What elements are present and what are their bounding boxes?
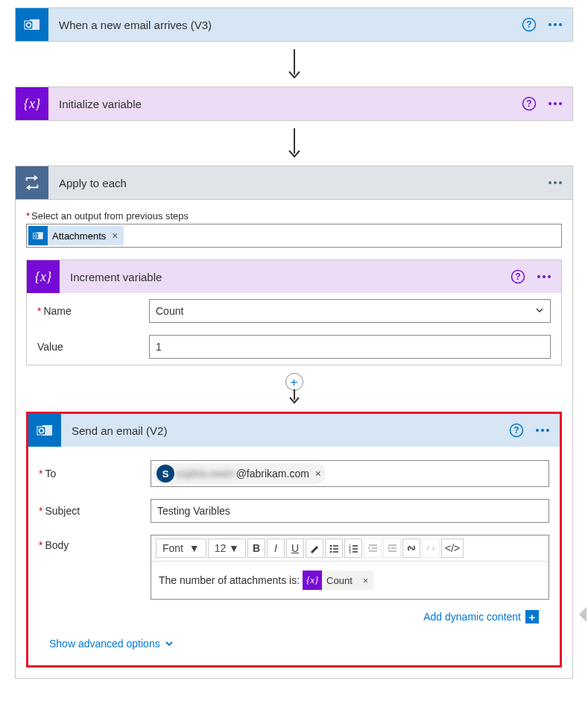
indent-button[interactable] bbox=[383, 538, 401, 558]
subject-input[interactable]: Testing Varibles bbox=[151, 499, 549, 523]
flyout-pointer bbox=[579, 607, 587, 622]
email-user-blurred: sophia.owen bbox=[174, 468, 236, 480]
svg-text:?: ? bbox=[526, 19, 531, 30]
svg-rect-10 bbox=[33, 233, 38, 239]
send-email-card-highlight: Send an email (V2) ? *To S sophia.owen bbox=[26, 412, 562, 667]
underline-button[interactable]: U bbox=[286, 538, 304, 558]
connector-arrow bbox=[0, 42, 588, 87]
help-icon[interactable]: ? bbox=[522, 96, 537, 111]
help-icon[interactable]: ? bbox=[510, 269, 525, 284]
to-label: *To bbox=[39, 468, 151, 480]
token-label: Attachments bbox=[52, 230, 106, 242]
apply-to-each-card[interactable]: Apply to each bbox=[15, 166, 573, 200]
add-dynamic-content-button[interactable]: + bbox=[525, 610, 539, 623]
send-email-card[interactable]: Send an email (V2) ? *To S sophia.owen bbox=[28, 414, 560, 665]
outlook-icon bbox=[28, 414, 61, 447]
bullet-list-button[interactable] bbox=[325, 538, 343, 558]
bold-button[interactable]: B bbox=[247, 538, 265, 558]
recipient-pill[interactable]: S sophia.owen @fabrikam.com × bbox=[154, 463, 326, 484]
select-output-input[interactable]: Attachments × bbox=[26, 224, 562, 248]
value-input[interactable]: 1 bbox=[149, 335, 551, 359]
step-title: Apply to each bbox=[48, 177, 549, 189]
variable-icon: {x} bbox=[27, 260, 60, 293]
outdent-button[interactable] bbox=[364, 538, 382, 558]
font-family-select[interactable]: Font ▼ bbox=[156, 538, 206, 558]
remove-recipient-icon[interactable]: × bbox=[315, 468, 321, 480]
initialize-variable-card[interactable]: {x} Initialize variable ? bbox=[15, 87, 573, 121]
show-advanced-options-link[interactable]: Show advanced options bbox=[49, 638, 174, 650]
svg-rect-1 bbox=[25, 21, 33, 29]
svg-rect-16 bbox=[37, 427, 45, 435]
svg-text:?: ? bbox=[526, 98, 531, 109]
remove-token-icon[interactable]: × bbox=[106, 230, 124, 242]
variable-icon: {x} bbox=[303, 571, 322, 590]
svg-point-20 bbox=[330, 545, 332, 547]
rte-toolbar: Font ▼ 12 ▼ B I U 123 bbox=[151, 535, 549, 562]
increment-variable-card[interactable]: {x} Increment variable ? *Name Count bbox=[26, 260, 562, 365]
outlook-icon bbox=[16, 8, 48, 41]
name-select[interactable]: Count bbox=[149, 299, 551, 323]
italic-button[interactable]: I bbox=[267, 538, 285, 558]
body-label: *Body bbox=[39, 535, 151, 551]
remove-token-icon[interactable]: × bbox=[357, 575, 375, 586]
unlink-button[interactable] bbox=[422, 538, 440, 558]
svg-text:3: 3 bbox=[349, 550, 351, 553]
more-icon[interactable] bbox=[549, 23, 562, 26]
help-icon[interactable]: ? bbox=[522, 17, 537, 32]
apply-to-each-body: *Select an output from previous steps At… bbox=[15, 200, 573, 679]
more-icon[interactable] bbox=[536, 429, 549, 432]
add-step-connector: + bbox=[26, 373, 562, 391]
svg-text:?: ? bbox=[513, 425, 519, 436]
name-label: *Name bbox=[37, 305, 149, 317]
svg-text:?: ? bbox=[515, 271, 520, 282]
add-dynamic-content-link[interactable]: Add dynamic content bbox=[423, 611, 521, 623]
email-domain: @fabrikam.com bbox=[236, 468, 309, 480]
to-input[interactable]: S sophia.owen @fabrikam.com × bbox=[151, 460, 549, 487]
more-icon[interactable] bbox=[549, 102, 562, 105]
step-title: Send an email (V2) bbox=[61, 424, 509, 437]
body-text: The number of attachments is: bbox=[159, 574, 300, 586]
body-editor[interactable]: Font ▼ 12 ▼ B I U 123 bbox=[151, 535, 549, 600]
step-title: Increment variable bbox=[60, 271, 510, 283]
step-title: Initialize variable bbox=[48, 98, 522, 110]
link-button[interactable] bbox=[402, 538, 420, 558]
select-output-label: *Select an output from previous steps bbox=[26, 210, 562, 221]
step-title: When a new email arrives (V3) bbox=[48, 19, 522, 31]
more-icon[interactable] bbox=[537, 275, 551, 278]
chevron-down-icon bbox=[535, 305, 544, 317]
attachments-token[interactable]: Attachments × bbox=[28, 226, 124, 245]
body-content[interactable]: The number of attachments is: {x} Count … bbox=[151, 562, 549, 599]
help-icon[interactable]: ? bbox=[509, 423, 524, 438]
outlook-chip-icon bbox=[28, 226, 48, 245]
avatar: S bbox=[157, 465, 174, 483]
chevron-down-icon bbox=[165, 639, 174, 648]
trigger-card[interactable]: When a new email arrives (V3) ? bbox=[15, 7, 573, 42]
count-variable-token[interactable]: {x} Count × bbox=[303, 571, 374, 590]
add-step-button[interactable]: + bbox=[285, 373, 303, 391]
loop-icon bbox=[16, 166, 48, 199]
number-list-button[interactable]: 123 bbox=[344, 538, 362, 558]
value-label: Value bbox=[37, 341, 149, 353]
svg-point-24 bbox=[330, 551, 332, 553]
connector-arrow bbox=[0, 121, 588, 166]
font-size-select[interactable]: 12 ▼ bbox=[208, 538, 246, 558]
svg-point-22 bbox=[330, 548, 332, 550]
code-view-button[interactable]: </> bbox=[441, 538, 464, 558]
subject-label: *Subject bbox=[39, 505, 151, 517]
variable-icon: {x} bbox=[16, 87, 48, 120]
more-icon[interactable] bbox=[549, 181, 562, 184]
highlight-button[interactable] bbox=[306, 538, 323, 558]
